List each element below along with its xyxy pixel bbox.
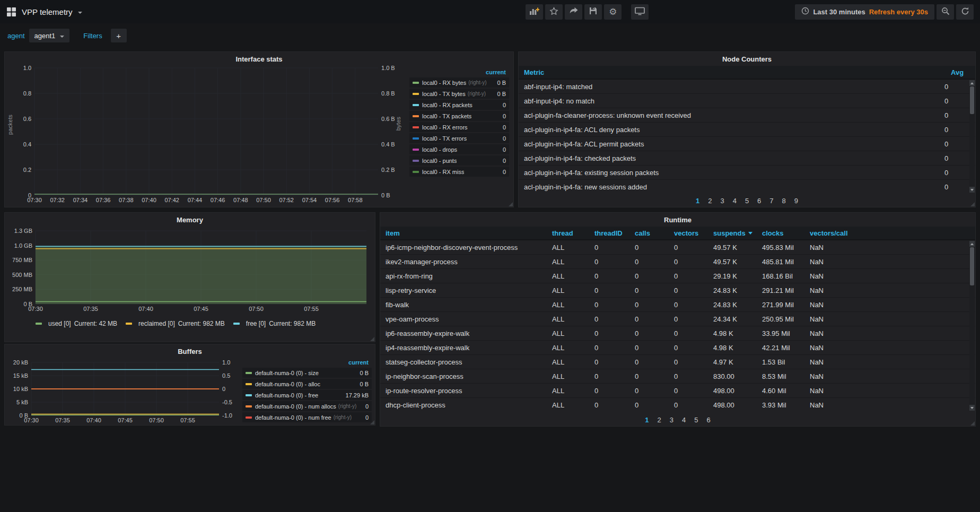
table-row: acl-plugin-in-ip4-fa: ACL permit packets… — [519, 137, 975, 151]
legend-current-header[interactable]: current — [409, 69, 509, 77]
legend-series[interactable]: local0 - RX bytes(right-y)0 B — [409, 77, 509, 88]
legend-series[interactable]: local0 - RX packets0 — [409, 100, 509, 110]
legend-series[interactable]: local0 - drops0 — [409, 144, 509, 154]
table-row: acl-plugin-in-ip4-fa: existing session p… — [519, 166, 975, 180]
panel-title-interface-stats[interactable]: Interface stats — [5, 52, 513, 66]
page-button-7[interactable]: 7 — [766, 196, 777, 205]
page-button-5[interactable]: 5 — [690, 415, 702, 424]
tv-icon — [635, 7, 645, 17]
magnifier-icon — [941, 7, 950, 17]
legend-series[interactable]: default-numa-0 (0) - alloc0 B — [242, 379, 372, 389]
axis-tick: 07:42 — [164, 197, 179, 203]
page-button-9[interactable]: 9 — [791, 196, 802, 205]
panel-title-memory[interactable]: Memory — [5, 213, 375, 227]
table-cell: 0 — [669, 272, 708, 280]
scrollbar-thumb[interactable] — [970, 86, 974, 114]
refresh-button[interactable] — [956, 4, 974, 20]
legend-series[interactable]: default-numa-0 (0) - size0 B — [242, 368, 372, 378]
table-cell: 0 — [629, 301, 669, 309]
table-cell: 0 — [939, 140, 969, 148]
table-cell: NaN — [804, 244, 969, 251]
legend-series[interactable]: local0 - punts0 — [409, 155, 509, 166]
time-range-button[interactable]: Last 30 minutes Refresh every 30s — [795, 4, 934, 20]
page-button-2[interactable]: 2 — [704, 196, 715, 205]
axis-tick: 07:52 — [279, 197, 294, 203]
table-cell: 830.00 — [708, 372, 757, 380]
column-header-clocks[interactable]: clocks — [757, 229, 804, 237]
table-cell: acl-plugin-in-ip4-fa: ACL permit packets — [519, 140, 939, 148]
legend-series[interactable]: local0 - RX errors0 — [409, 122, 509, 132]
page-button-2[interactable]: 2 — [654, 415, 665, 424]
legend-series[interactable]: local0 - RX miss0 — [409, 167, 509, 177]
legend-series[interactable]: default-numa-0 (0) - num free(right-y)0 — [242, 412, 372, 422]
page-button-4[interactable]: 4 — [678, 415, 689, 424]
legend-series-label: local0 - TX packets — [422, 113, 471, 119]
apps-grid-icon[interactable] — [6, 7, 16, 17]
page-button-8[interactable]: 8 — [778, 196, 790, 205]
panel-title-runtime[interactable]: Runtime — [380, 213, 975, 227]
add-panel-button[interactable] — [526, 4, 543, 20]
page-button-6[interactable]: 6 — [703, 415, 714, 424]
save-button[interactable] — [584, 4, 602, 20]
column-header-label: clocks — [762, 229, 783, 237]
panel-title-buffers[interactable]: Buffers — [5, 344, 375, 358]
table-cell: 0 — [629, 258, 669, 266]
add-filter-button[interactable]: + — [111, 29, 127, 42]
legend-current-header[interactable]: current — [242, 359, 372, 368]
legend-series[interactable]: default-numa-0 (0) - free17.29 kB — [242, 390, 372, 400]
column-header-item[interactable]: item — [380, 229, 547, 237]
scroll-up-button[interactable] — [969, 80, 975, 86]
page-button-6[interactable]: 6 — [754, 196, 765, 205]
legend-series[interactable]: local0 - TX packets0 — [409, 111, 509, 121]
star-button[interactable] — [545, 4, 563, 20]
axis-tick: 1.0 — [23, 65, 31, 71]
table-scrollbar[interactable] — [969, 241, 975, 411]
legend-current-value: 0 — [361, 414, 369, 421]
scrollbar-thumb[interactable] — [970, 247, 974, 285]
column-header-threadid[interactable]: threadID — [589, 229, 629, 237]
page-button-4[interactable]: 4 — [729, 196, 740, 205]
table-scrollbar[interactable] — [969, 80, 975, 193]
zoom-out-button[interactable] — [937, 4, 954, 20]
legend-series[interactable]: free [0]Current: 982 MB — [233, 320, 316, 327]
page-button-1[interactable]: 1 — [692, 196, 703, 205]
dashboard-title[interactable]: VPP telemetry — [22, 7, 73, 16]
top-navbar: VPP telemetry ⚙ Last 30 minutes Refresh … — [0, 0, 980, 23]
panel-resize-handle[interactable] — [370, 337, 374, 341]
panel-resize-handle[interactable] — [509, 202, 513, 206]
cycle-view-button[interactable] — [631, 4, 649, 20]
share-button[interactable] — [565, 4, 582, 20]
page-button-3[interactable]: 3 — [716, 196, 728, 205]
legend-series[interactable]: reclaimed [0]Current: 982 MB — [126, 320, 225, 327]
legend-series-label: local0 - RX packets — [422, 102, 472, 108]
scroll-down-button[interactable] — [969, 187, 975, 193]
column-header-vectors-call[interactable]: vectors/call — [804, 229, 975, 237]
axis-tick: 07:55 — [180, 417, 195, 423]
column-header-avg[interactable]: Avg — [946, 68, 975, 76]
legend-series[interactable]: default-numa-0 (0) - num allocs(right-y)… — [242, 401, 372, 411]
scroll-up-button[interactable] — [969, 241, 975, 247]
column-header-calls[interactable]: calls — [629, 229, 669, 237]
agent-variable-dropdown[interactable]: agent1 — [29, 29, 70, 42]
column-header-metric[interactable]: Metric — [519, 68, 946, 76]
column-header-suspends[interactable]: suspends — [708, 229, 757, 237]
table-cell: acl-plugin-in-ip4-fa: checked packets — [519, 154, 939, 162]
page-button-1[interactable]: 1 — [641, 415, 652, 424]
table-cell: 0 — [669, 358, 708, 366]
legend-series[interactable]: local0 - TX bytes(right-y)0 B — [409, 89, 509, 99]
page-button-5[interactable]: 5 — [741, 196, 752, 205]
scroll-down-button[interactable] — [969, 405, 975, 411]
legend-series[interactable]: used [0]Current: 42 MB — [36, 320, 117, 327]
column-header-thread[interactable]: thread — [547, 229, 589, 237]
panel-title-node-counters[interactable]: Node Counters — [519, 52, 975, 66]
column-header-vectors[interactable]: vectors — [669, 229, 708, 237]
panel-resize-handle[interactable] — [370, 420, 374, 424]
panel-resize-handle[interactable] — [970, 202, 975, 206]
table-cell: 49.57 K — [708, 258, 757, 266]
settings-button[interactable]: ⚙ — [604, 4, 622, 20]
table-cell: 0 — [669, 258, 708, 266]
legend-current-value: 0 B — [493, 80, 506, 86]
page-button-3[interactable]: 3 — [666, 415, 677, 424]
legend-series[interactable]: local0 - TX errors0 — [409, 133, 509, 143]
panel-resize-handle[interactable] — [970, 421, 975, 426]
